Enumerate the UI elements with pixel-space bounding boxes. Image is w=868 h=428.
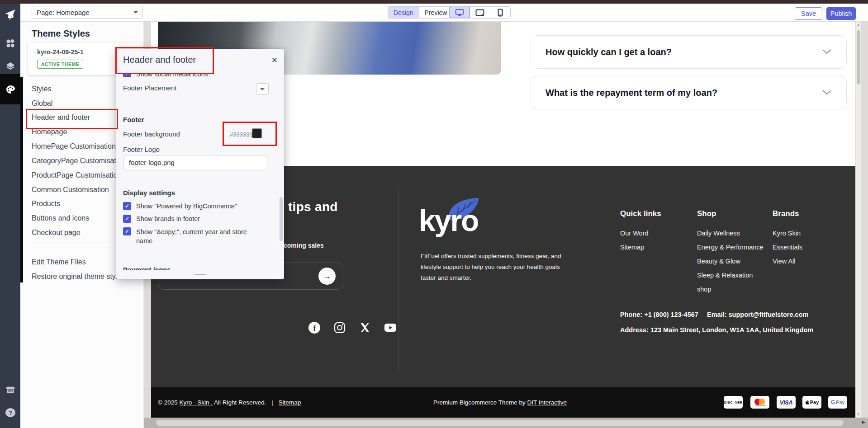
faq-item-2[interactable]: What is the repayment term of my loan? bbox=[531, 76, 847, 109]
sidebar-item-homepage-customisation[interactable]: HomePage Customisation bbox=[32, 142, 116, 151]
sidebar-item-global[interactable]: Global bbox=[32, 99, 52, 108]
chevron-down-icon[interactable] bbox=[822, 89, 832, 97]
theme-palette-icon[interactable] bbox=[0, 79, 20, 99]
tablet-view-button[interactable] bbox=[470, 7, 490, 18]
svg-text:f: f bbox=[313, 324, 316, 333]
sitemap-link[interactable]: Sitemap bbox=[279, 399, 301, 406]
footer-link[interactable]: View All bbox=[773, 258, 796, 265]
horizontal-scrollbar-thumb[interactable] bbox=[156, 420, 844, 426]
copyright-store-link[interactable]: Kyro - Skin . bbox=[179, 399, 213, 406]
footer-link[interactable]: Beauty & Glow bbox=[697, 258, 740, 265]
page-select-value: Page: Homepage bbox=[37, 9, 90, 16]
bigcommerce-logo-icon[interactable]: B bbox=[0, 5, 20, 25]
layers-icon[interactable] bbox=[0, 56, 20, 76]
device-toggle-group bbox=[449, 6, 511, 19]
faq-item-1[interactable]: How quickly can I get a loan? bbox=[531, 35, 847, 69]
preview-tab[interactable]: Preview bbox=[419, 7, 453, 18]
sidebar-item-edit-theme-files[interactable]: Edit Theme Files bbox=[32, 258, 86, 266]
youtube-icon[interactable] bbox=[384, 321, 397, 334]
show-brands-checkbox[interactable] bbox=[123, 215, 131, 223]
sidebar-item-restore-theme-styles[interactable]: Restore original theme styles bbox=[32, 273, 125, 281]
footer-link[interactable]: Kyro Skin bbox=[773, 230, 801, 237]
footer-placement-dropdown[interactable] bbox=[256, 83, 269, 95]
footer-background-label: Footer background bbox=[123, 130, 180, 138]
sidebar-scrollbar[interactable] bbox=[20, 77, 23, 282]
publish-button[interactable]: Publish bbox=[826, 7, 856, 20]
payment-icons-heading: Payment icons bbox=[123, 266, 171, 270]
widgets-icon[interactable] bbox=[0, 33, 20, 53]
show-social-icons-checkbox[interactable] bbox=[123, 73, 131, 77]
design-preview-toggle: Design Preview bbox=[388, 6, 453, 19]
preview-vertical-scrollbar[interactable]: ▲ ▼ bbox=[856, 21, 861, 418]
footer-background-swatch[interactable] bbox=[252, 128, 262, 138]
footer-link[interactable]: Sleep & Relaxation bbox=[697, 272, 753, 279]
sidebar-item-buttons-and-icons[interactable]: Buttons and icons bbox=[32, 214, 89, 222]
footer-background-hex[interactable]: #333333 bbox=[230, 131, 253, 138]
discover-text-right: VER bbox=[735, 400, 742, 404]
sidebar-item-categorypage-customisation[interactable]: CategoryPage Customisation bbox=[32, 157, 126, 165]
sidebar-item-products[interactable]: Products bbox=[32, 200, 60, 208]
footer-logo-input[interactable]: footer-logo.png bbox=[123, 155, 267, 170]
footer-link[interactable]: Sitemap bbox=[620, 244, 644, 251]
show-powered-by-checkbox[interactable] bbox=[123, 202, 131, 210]
applepay-payment-icon: Pay bbox=[802, 396, 821, 409]
close-icon[interactable]: ✕ bbox=[271, 56, 278, 65]
instagram-icon[interactable] bbox=[333, 321, 346, 334]
footer-column-title: Quick links bbox=[620, 209, 661, 218]
header-footer-panel: Header and footer ✕ Show social media ic… bbox=[116, 49, 284, 279]
facebook-icon[interactable]: f bbox=[308, 321, 321, 334]
left-nav-rail: B ? bbox=[0, 4, 20, 428]
footer-about-text: FitFuel offers trusted supplements, fitn… bbox=[421, 251, 570, 283]
footer-link[interactable]: Essentials bbox=[773, 244, 802, 251]
page-select[interactable]: Page: Homepage bbox=[32, 6, 143, 19]
panel-title: Header and footer bbox=[123, 55, 196, 65]
sidebar-item-header-and-footer[interactable]: Header and footer bbox=[32, 113, 90, 122]
vertical-scrollbar-thumb[interactable] bbox=[857, 30, 860, 85]
footer-link[interactable]: Daily Wellness bbox=[697, 230, 740, 237]
save-button[interactable]: Save bbox=[795, 7, 822, 20]
scroll-right-arrow-icon[interactable]: ▶ bbox=[862, 419, 865, 424]
window-top-edge bbox=[0, 0, 868, 4]
visa-payment-icon: VISA bbox=[777, 396, 796, 409]
panel-scrollbar-thumb[interactable] bbox=[280, 197, 283, 241]
design-tab[interactable]: Design bbox=[388, 7, 419, 18]
chevron-down-icon[interactable] bbox=[822, 48, 832, 56]
x-twitter-icon[interactable] bbox=[358, 321, 372, 334]
active-theme-badge: ACTIVE THEME bbox=[37, 60, 83, 69]
newsletter-submit-button[interactable]: → bbox=[318, 268, 336, 285]
help-icon[interactable]: ? bbox=[0, 402, 20, 423]
sidebar-title: Theme Styles bbox=[32, 28, 90, 39]
visa-text: VISA bbox=[780, 399, 792, 406]
copyright-prefix: © 2025 bbox=[158, 399, 179, 406]
footer-logo-label: Footer Logo bbox=[123, 146, 160, 153]
copyright-line: © 2025 Kyro - Skin . All Right Reserved.… bbox=[158, 399, 301, 406]
show-copyright-checkbox[interactable] bbox=[123, 227, 131, 235]
gpay-payment-icon: G Pay bbox=[828, 396, 847, 409]
drag-handle[interactable] bbox=[194, 274, 206, 275]
mastercard-payment-icon: mastercard bbox=[750, 396, 769, 409]
sidebar-item-checkout-page[interactable]: Checkout page bbox=[32, 229, 81, 237]
credit-link[interactable]: DIT Interactive bbox=[527, 399, 567, 406]
scroll-up-arrow-icon[interactable]: ▲ bbox=[856, 23, 861, 26]
footer-link[interactable]: shop bbox=[697, 286, 711, 293]
mobile-view-button[interactable] bbox=[490, 7, 510, 18]
sidebar-item-homepage[interactable]: Homepage bbox=[32, 128, 67, 136]
desktop-view-button[interactable] bbox=[450, 7, 470, 18]
sidebar-item-common-customisation[interactable]: Common Customisation bbox=[32, 186, 109, 194]
scroll-down-arrow-icon[interactable]: ▼ bbox=[856, 413, 861, 416]
sidebar-item-styles[interactable]: Styles bbox=[32, 85, 52, 93]
svg-text:B: B bbox=[8, 10, 14, 20]
storefront-icon[interactable] bbox=[0, 380, 20, 400]
footer-divider bbox=[398, 185, 399, 372]
footer-email: Email: support@fitfuelstore.com bbox=[707, 311, 808, 318]
footer-link[interactable]: Our Word bbox=[620, 230, 649, 237]
footer-link[interactable]: Energy & Performance bbox=[697, 244, 764, 251]
show-copyright-label: Show "&copy;", current year and store na… bbox=[136, 228, 255, 245]
sidebar-item-productpage-customisation[interactable]: ProductPage Customisation bbox=[32, 171, 121, 179]
show-powered-by-label: Show "Powered by BigCommerce" bbox=[136, 202, 237, 210]
theme-name: kyro-24-09-25-1 bbox=[37, 48, 84, 56]
footer-section-heading: Footer bbox=[123, 116, 144, 123]
svg-text:?: ? bbox=[9, 409, 12, 416]
panel-resize-bar bbox=[116, 270, 284, 279]
preview-horizontal-scrollbar[interactable]: ▶ bbox=[143, 418, 868, 428]
